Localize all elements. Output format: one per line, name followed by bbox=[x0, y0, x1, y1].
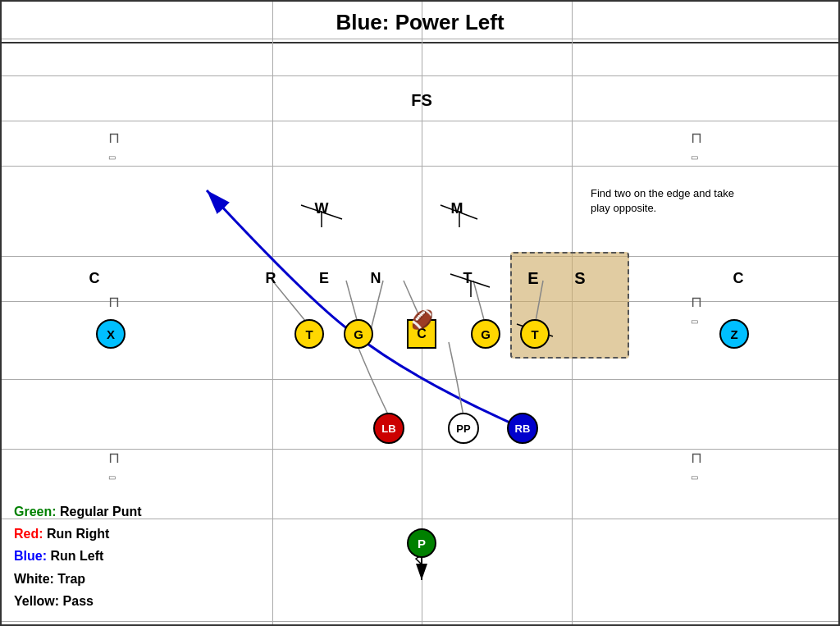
field-line bbox=[2, 121, 838, 121]
field-line bbox=[2, 75, 838, 76]
field-line bbox=[2, 39, 838, 39]
legend-green: Green: Regular Punt bbox=[14, 500, 142, 523]
legend-blue: Blue: Run Left bbox=[14, 545, 142, 567]
z-receiver: Z bbox=[719, 319, 749, 349]
svg-line-3 bbox=[272, 281, 309, 326]
field-line bbox=[2, 256, 838, 257]
field-line bbox=[2, 621, 838, 622]
legend-white: White: Trap bbox=[14, 568, 142, 590]
g-ol-left: G bbox=[344, 319, 373, 349]
t-ol-left: T bbox=[294, 319, 324, 349]
fs-label: FS bbox=[411, 91, 432, 110]
t-ol-right: T bbox=[520, 319, 550, 349]
yard-marker: ⊓▭ bbox=[108, 129, 120, 164]
pp-player: PP bbox=[448, 413, 479, 444]
yard-marker: ⊓▭ bbox=[691, 129, 702, 164]
lb-player: LB bbox=[373, 413, 404, 444]
football-field: Blue: Power Left Find two on the edge an… bbox=[0, 0, 840, 626]
play-note: Find two on the edge and takeplay opposi… bbox=[591, 186, 734, 216]
yard-marker: ⊓▭ bbox=[691, 449, 702, 484]
yard-marker: ⊓▭ bbox=[691, 293, 702, 328]
rb-player: RB bbox=[507, 413, 538, 444]
g-ol-right: G bbox=[471, 319, 500, 349]
field-line bbox=[2, 379, 838, 380]
field-line bbox=[2, 449, 838, 450]
e-box-label: E bbox=[527, 269, 538, 288]
svg-line-5 bbox=[371, 281, 383, 330]
t-right-label: T bbox=[463, 270, 472, 287]
play-legend: Green: Regular Punt Red: Run Right Blue:… bbox=[14, 500, 142, 612]
yard-marker: ⊓▭ bbox=[108, 449, 120, 484]
s-box-label: S bbox=[574, 269, 585, 288]
m-label: M bbox=[451, 200, 463, 217]
legend-yellow: Yellow: Pass bbox=[14, 590, 142, 612]
x-receiver: X bbox=[96, 319, 126, 349]
p-player: P bbox=[407, 528, 436, 558]
e-left-label: E bbox=[319, 270, 329, 287]
field-line bbox=[2, 166, 838, 167]
w-label: W bbox=[315, 200, 329, 217]
legend-red: Red: Run Right bbox=[14, 523, 142, 545]
c-right-label: C bbox=[733, 270, 744, 287]
field-line bbox=[2, 301, 838, 302]
c-left-label: C bbox=[89, 270, 100, 287]
n-label: N bbox=[371, 270, 381, 287]
r-label: R bbox=[266, 270, 276, 287]
field-line-v bbox=[272, 2, 273, 624]
football: 🏈 bbox=[411, 309, 433, 331]
